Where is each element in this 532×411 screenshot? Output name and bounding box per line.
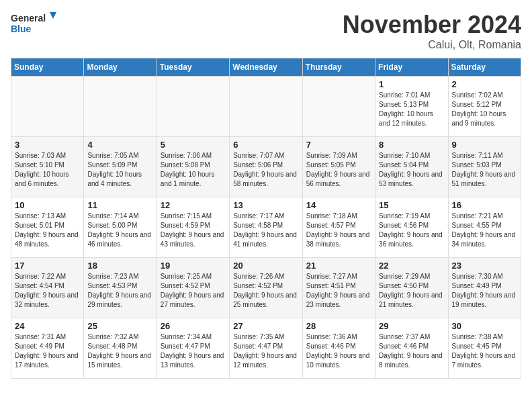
calendar-cell: 26Sunrise: 7:34 AM Sunset: 4:47 PM Dayli… bbox=[157, 318, 229, 379]
day-number: 3 bbox=[15, 140, 80, 150]
page-header: General Blue November 2024 Calui, Olt, R… bbox=[11, 11, 521, 51]
week-row-4: 17Sunrise: 7:22 AM Sunset: 4:54 PM Dayli… bbox=[11, 258, 521, 318]
day-number: 16 bbox=[452, 200, 517, 210]
day-info: Sunrise: 7:22 AM Sunset: 4:54 PM Dayligh… bbox=[15, 272, 80, 310]
calendar-cell: 8Sunrise: 7:10 AM Sunset: 5:04 PM Daylig… bbox=[375, 137, 448, 197]
day-number: 7 bbox=[306, 140, 371, 150]
day-info: Sunrise: 7:07 AM Sunset: 5:06 PM Dayligh… bbox=[233, 151, 298, 189]
calendar-cell: 28Sunrise: 7:36 AM Sunset: 4:46 PM Dayli… bbox=[302, 318, 375, 379]
calendar-cell: 16Sunrise: 7:21 AM Sunset: 4:55 PM Dayli… bbox=[448, 197, 521, 258]
day-info: Sunrise: 7:26 AM Sunset: 4:52 PM Dayligh… bbox=[233, 272, 298, 310]
day-number: 9 bbox=[452, 140, 517, 150]
day-number: 10 bbox=[15, 200, 80, 210]
calendar-cell: 25Sunrise: 7:32 AM Sunset: 4:48 PM Dayli… bbox=[84, 318, 157, 379]
calendar-cell: 1Sunrise: 7:01 AM Sunset: 5:13 PM Daylig… bbox=[375, 77, 448, 137]
day-info: Sunrise: 7:34 AM Sunset: 4:47 PM Dayligh… bbox=[161, 332, 226, 370]
day-number: 8 bbox=[379, 140, 444, 150]
day-number: 25 bbox=[87, 321, 152, 331]
weekday-header-tuesday: Tuesday bbox=[157, 58, 229, 77]
calendar-cell bbox=[230, 77, 302, 137]
day-info: Sunrise: 7:25 AM Sunset: 4:52 PM Dayligh… bbox=[161, 272, 226, 310]
calendar-cell bbox=[302, 77, 375, 137]
day-number: 23 bbox=[452, 261, 517, 271]
day-number: 28 bbox=[306, 321, 371, 331]
day-number: 11 bbox=[87, 200, 152, 210]
calendar-cell: 18Sunrise: 7:23 AM Sunset: 4:53 PM Dayli… bbox=[84, 258, 157, 318]
calendar-cell: 20Sunrise: 7:26 AM Sunset: 4:52 PM Dayli… bbox=[230, 258, 302, 318]
day-info: Sunrise: 7:37 AM Sunset: 4:46 PM Dayligh… bbox=[379, 332, 444, 370]
calendar-cell: 24Sunrise: 7:31 AM Sunset: 4:49 PM Dayli… bbox=[11, 318, 84, 379]
day-number: 15 bbox=[379, 200, 444, 210]
weekday-header-saturday: Saturday bbox=[448, 58, 521, 77]
day-number: 13 bbox=[233, 200, 298, 210]
calendar-cell: 5Sunrise: 7:06 AM Sunset: 5:08 PM Daylig… bbox=[157, 137, 229, 197]
day-number: 29 bbox=[379, 321, 444, 331]
calendar-cell bbox=[11, 77, 84, 137]
day-number: 22 bbox=[379, 261, 444, 271]
day-info: Sunrise: 7:09 AM Sunset: 5:05 PM Dayligh… bbox=[306, 151, 371, 189]
day-number: 4 bbox=[87, 140, 152, 150]
calendar-cell: 7Sunrise: 7:09 AM Sunset: 5:05 PM Daylig… bbox=[302, 137, 375, 197]
calendar-cell: 19Sunrise: 7:25 AM Sunset: 4:52 PM Dayli… bbox=[157, 258, 229, 318]
day-info: Sunrise: 7:31 AM Sunset: 4:49 PM Dayligh… bbox=[15, 332, 80, 370]
calendar-cell: 30Sunrise: 7:38 AM Sunset: 4:45 PM Dayli… bbox=[448, 318, 521, 379]
day-info: Sunrise: 7:18 AM Sunset: 4:57 PM Dayligh… bbox=[306, 212, 371, 249]
calendar-cell bbox=[157, 77, 229, 137]
day-info: Sunrise: 7:30 AM Sunset: 4:49 PM Dayligh… bbox=[452, 272, 517, 310]
day-info: Sunrise: 7:15 AM Sunset: 4:59 PM Dayligh… bbox=[161, 212, 226, 249]
day-number: 19 bbox=[161, 261, 226, 271]
calendar-cell: 4Sunrise: 7:05 AM Sunset: 5:09 PM Daylig… bbox=[84, 137, 157, 197]
logo: General Blue bbox=[11, 11, 58, 41]
weekday-header-thursday: Thursday bbox=[302, 58, 375, 77]
day-number: 26 bbox=[161, 321, 226, 331]
day-number: 5 bbox=[161, 140, 226, 150]
week-row-2: 3Sunrise: 7:03 AM Sunset: 5:10 PM Daylig… bbox=[11, 137, 521, 197]
day-info: Sunrise: 7:21 AM Sunset: 4:55 PM Dayligh… bbox=[452, 212, 517, 249]
day-info: Sunrise: 7:23 AM Sunset: 4:53 PM Dayligh… bbox=[87, 272, 152, 310]
day-info: Sunrise: 7:05 AM Sunset: 5:09 PM Dayligh… bbox=[87, 151, 152, 189]
calendar-cell: 11Sunrise: 7:14 AM Sunset: 5:00 PM Dayli… bbox=[84, 197, 157, 258]
calendar-cell: 27Sunrise: 7:35 AM Sunset: 4:47 PM Dayli… bbox=[230, 318, 302, 379]
weekday-header-friday: Friday bbox=[375, 58, 448, 77]
month-title: November 2024 bbox=[343, 11, 521, 39]
day-number: 21 bbox=[306, 261, 371, 271]
day-info: Sunrise: 7:27 AM Sunset: 4:51 PM Dayligh… bbox=[306, 272, 371, 310]
day-info: Sunrise: 7:11 AM Sunset: 5:03 PM Dayligh… bbox=[452, 151, 517, 189]
svg-text:Blue: Blue bbox=[11, 24, 32, 34]
calendar-cell: 13Sunrise: 7:17 AM Sunset: 4:58 PM Dayli… bbox=[230, 197, 302, 258]
day-number: 20 bbox=[233, 261, 298, 271]
calendar-cell: 14Sunrise: 7:18 AM Sunset: 4:57 PM Dayli… bbox=[302, 197, 375, 258]
day-number: 27 bbox=[233, 321, 298, 331]
calendar-cell: 21Sunrise: 7:27 AM Sunset: 4:51 PM Dayli… bbox=[302, 258, 375, 318]
calendar-table: SundayMondayTuesdayWednesdayThursdayFrid… bbox=[11, 58, 521, 379]
calendar-cell: 29Sunrise: 7:37 AM Sunset: 4:46 PM Dayli… bbox=[375, 318, 448, 379]
week-row-3: 10Sunrise: 7:13 AM Sunset: 5:01 PM Dayli… bbox=[11, 197, 521, 258]
day-info: Sunrise: 7:38 AM Sunset: 4:45 PM Dayligh… bbox=[452, 332, 517, 370]
week-row-1: 1Sunrise: 7:01 AM Sunset: 5:13 PM Daylig… bbox=[11, 77, 521, 137]
calendar-cell: 2Sunrise: 7:02 AM Sunset: 5:12 PM Daylig… bbox=[448, 77, 521, 137]
weekday-header-sunday: Sunday bbox=[11, 58, 84, 77]
day-number: 1 bbox=[379, 79, 444, 89]
day-info: Sunrise: 7:13 AM Sunset: 5:01 PM Dayligh… bbox=[15, 212, 80, 249]
day-number: 2 bbox=[452, 79, 517, 89]
day-info: Sunrise: 7:03 AM Sunset: 5:10 PM Dayligh… bbox=[15, 151, 80, 189]
day-info: Sunrise: 7:01 AM Sunset: 5:13 PM Dayligh… bbox=[379, 91, 444, 128]
week-row-5: 24Sunrise: 7:31 AM Sunset: 4:49 PM Dayli… bbox=[11, 318, 521, 379]
day-info: Sunrise: 7:19 AM Sunset: 4:56 PM Dayligh… bbox=[379, 212, 444, 249]
calendar-cell: 9Sunrise: 7:11 AM Sunset: 5:03 PM Daylig… bbox=[448, 137, 521, 197]
calendar-cell: 22Sunrise: 7:29 AM Sunset: 4:50 PM Dayli… bbox=[375, 258, 448, 318]
calendar-cell: 3Sunrise: 7:03 AM Sunset: 5:10 PM Daylig… bbox=[11, 137, 84, 197]
weekday-header-row: SundayMondayTuesdayWednesdayThursdayFrid… bbox=[11, 58, 521, 77]
calendar-cell: 23Sunrise: 7:30 AM Sunset: 4:49 PM Dayli… bbox=[448, 258, 521, 318]
logo-svg: General Blue bbox=[11, 11, 58, 41]
day-info: Sunrise: 7:29 AM Sunset: 4:50 PM Dayligh… bbox=[379, 272, 444, 310]
day-number: 12 bbox=[161, 200, 226, 210]
location: Calui, Olt, Romania bbox=[343, 39, 521, 51]
day-number: 17 bbox=[15, 261, 80, 271]
svg-text:General: General bbox=[11, 13, 46, 24]
day-number: 14 bbox=[306, 200, 371, 210]
day-info: Sunrise: 7:10 AM Sunset: 5:04 PM Dayligh… bbox=[379, 151, 444, 189]
calendar-cell bbox=[84, 77, 157, 137]
day-info: Sunrise: 7:06 AM Sunset: 5:08 PM Dayligh… bbox=[161, 151, 226, 189]
title-block: November 2024 Calui, Olt, Romania bbox=[343, 11, 521, 51]
